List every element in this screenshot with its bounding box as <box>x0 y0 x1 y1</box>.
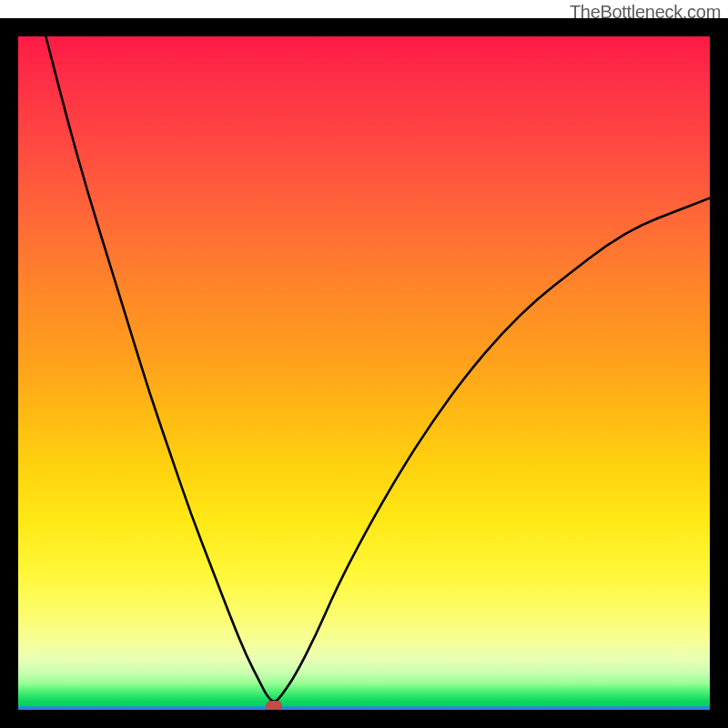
bottleneck-curve <box>18 36 710 710</box>
watermark-text: TheBottleneck.com <box>570 2 721 23</box>
curve-path <box>46 36 710 702</box>
minimum-marker <box>266 701 282 710</box>
plot-area <box>18 36 710 710</box>
chart-frame <box>0 18 728 728</box>
